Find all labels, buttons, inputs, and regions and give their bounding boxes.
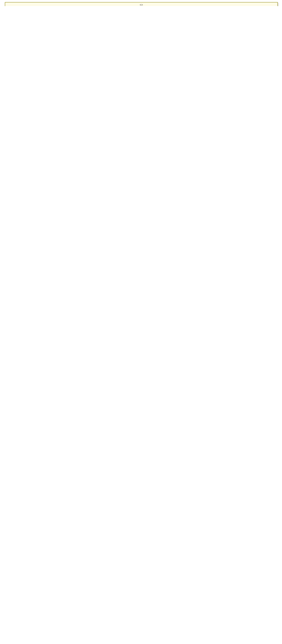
uml-BusinessCalendar: <> CBusinessCalendar is.equinox.hubris.m… (5, 2, 278, 6)
stereotype-label: <> (7, 3, 276, 6)
uml-header: <> CBusinessCalendar is.equinox.hubris.m… (5, 2, 277, 6)
